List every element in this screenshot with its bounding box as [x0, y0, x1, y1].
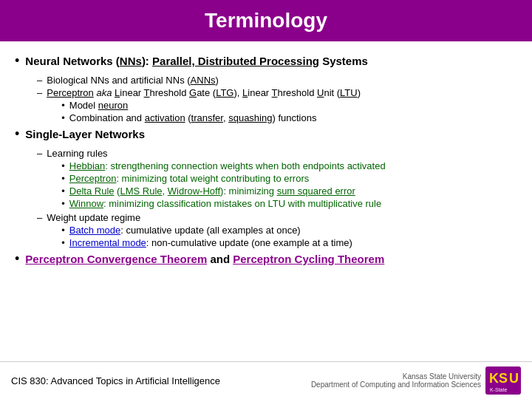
page-header: Terminology [0, 0, 532, 41]
section1-sublist: – Biological NNs and artificial NNs (ANN… [37, 75, 517, 125]
dash-icon-2: – [37, 87, 42, 98]
section3-bullet: • Perceptron Convergence Theorem and Per… [15, 253, 517, 267]
section2-dash2: – Weight update regime • Batch mode: cum… [37, 212, 517, 250]
bullet-dot-1: • [15, 53, 19, 69]
sub-bullet-dot-8: • [61, 237, 65, 248]
ksu-logo-icon: K S U K-State [485, 366, 521, 395]
svg-text:K-State: K-State [490, 387, 507, 392]
weight-item-1: • Batch mode: cumulative update (all exa… [61, 225, 352, 236]
svg-text:U: U [509, 371, 519, 386]
sub-bullet-dot-6: • [61, 198, 65, 209]
sub-bullet-dot-1: • [61, 100, 65, 111]
page-footer: CIS 830: Advanced Topics in Artificial I… [0, 361, 532, 399]
section3-title: Perceptron Convergence Theorem and Perce… [25, 253, 384, 265]
dash-icon-1: – [37, 75, 42, 86]
footer-right-container: Kansas State University Department of Co… [311, 366, 521, 395]
section2-weight-subsub: • Batch mode: cumulative update (all exa… [61, 225, 352, 248]
subsub-item-1: • Model neuron [61, 100, 361, 111]
svg-text:K: K [489, 371, 499, 386]
weight-item-2: • Incremental mode: non-cumulative updat… [61, 237, 352, 248]
learning-text-2: Perceptron: minimizing total weight cont… [69, 173, 309, 184]
section1-dash2-content: Perceptron aka Linear Threshold Gate (LT… [47, 87, 361, 125]
dash-icon-4: – [37, 212, 42, 223]
sub-bullet-dot-4: • [61, 173, 65, 184]
section2-sublist: – Learning rules • Hebbian: strengthenin… [37, 148, 517, 250]
footer-department-name: Department of Computing and Information … [311, 381, 481, 389]
section2-learning-rules: Learning rules [47, 148, 107, 159]
learning-text-3: Delta Rule (LMS Rule, Widrow-Hoff): mini… [69, 185, 355, 197]
svg-text:S: S [499, 371, 508, 386]
section2-dash2-content: Weight update regime • Batch mode: cumul… [47, 212, 352, 250]
page-title: Terminology [15, 9, 517, 33]
section1-dash2: – Perceptron aka Linear Threshold Gate (… [37, 87, 517, 125]
subsub-text-1: Model neuron [69, 100, 129, 111]
learning-item-2: • Perceptron: minimizing total weight co… [61, 173, 385, 184]
sub-bullet-dot-5: • [61, 185, 65, 197]
bullet-dot-2: • [15, 126, 19, 142]
footer-course: CIS 830: Advanced Topics in Artificial I… [11, 375, 220, 386]
section1-dash1-text: Biological NNs and artificial NNs (ANNs) [47, 75, 219, 86]
learning-item-1: • Hebbian: strengthening connection weig… [61, 160, 385, 171]
dash-icon-3: – [37, 148, 42, 159]
section2-title: Single-Layer Networks [25, 128, 145, 140]
subsub-text-2: Combination and activation (transfer, sq… [69, 112, 317, 123]
section2-dash1: – Learning rules • Hebbian: strengthenin… [37, 148, 517, 211]
learning-item-4: • Winnow: minimizing classification mist… [61, 198, 385, 209]
section1-subsub: • Model neuron • Combination and activat… [61, 100, 361, 123]
weight-text-1: Batch mode: cumulative update (all examp… [69, 225, 301, 236]
learning-text-4: Winnow: minimizing classification mistak… [69, 198, 381, 209]
subsub-item-2: • Combination and activation (transfer, … [61, 112, 361, 123]
learning-text-1: Hebbian: strengthening connection weight… [69, 160, 386, 171]
weight-text-2: Incremental mode: non-cumulative update … [69, 237, 352, 248]
section1-bullet: • Neural Networks (NNs): Parallel, Distr… [15, 55, 517, 69]
sub-bullet-dot-7: • [61, 225, 65, 236]
main-content: • Neural Networks (NNs): Parallel, Distr… [0, 41, 532, 276]
section1-title: Neural Networks (NNs): Parallel, Distrib… [25, 55, 368, 67]
footer-university-info: Kansas State University Department of Co… [311, 372, 481, 389]
section1-dash2-text: Perceptron aka Linear Threshold Gate (LT… [47, 87, 361, 98]
sub-bullet-dot-2: • [61, 112, 65, 123]
section2-learning-subsub: • Hebbian: strengthening connection weig… [61, 160, 385, 209]
footer-university-name: Kansas State University [403, 372, 481, 381]
section2-dash1-content: Learning rules • Hebbian: strengthening … [47, 148, 385, 211]
section2-weight-update: Weight update regime [47, 212, 140, 223]
sub-bullet-dot-3: • [61, 160, 65, 171]
learning-item-3: • Delta Rule (LMS Rule, Widrow-Hoff): mi… [61, 185, 385, 197]
section1-dash1: – Biological NNs and artificial NNs (ANN… [37, 75, 517, 86]
section2-bullet: • Single-Layer Networks [15, 128, 517, 142]
bullet-dot-3: • [15, 251, 19, 267]
